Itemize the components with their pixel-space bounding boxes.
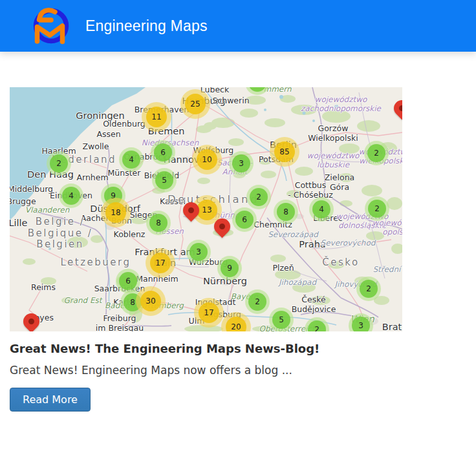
cluster-marker[interactable]: 3 [186,240,211,264]
cluster-marker[interactable]: 4 [119,147,144,172]
main-content: GroningenOldenburgAssenZwolleHaarlemNede… [0,52,476,412]
cluster-marker[interactable]: 3 [229,151,254,176]
page-title: Engineering Maps [85,17,208,35]
cluster-marker[interactable]: 17 [194,298,224,328]
cluster-marker[interactable]: 2 [365,196,389,221]
article-title: Great News! The Engineering Maps News-Bl… [10,342,466,355]
cluster-marker[interactable]: 2 [245,289,270,314]
cluster-marker[interactable]: 2 [47,151,71,176]
cluster-marker[interactable]: 8 [146,211,171,235]
cluster-marker[interactable]: 6 [151,140,175,165]
cluster-marker[interactable]: 8 [274,200,298,224]
cluster-marker[interactable]: 85 [270,137,299,167]
cluster-marker[interactable]: 17 [146,248,175,278]
article-excerpt: Great News! Engineering Maps now offers … [10,364,466,377]
cluster-marker[interactable]: 2 [356,277,381,301]
cluster-marker[interactable]: 2 [364,141,389,165]
cluster-marker[interactable]: 2 [246,185,271,209]
cluster-marker[interactable]: 25 [180,89,210,119]
cluster-marker[interactable]: 6 [116,269,140,293]
cluster-marker[interactable]: 18 [101,198,131,227]
cluster-marker[interactable]: 6 [232,207,257,232]
cluster-marker[interactable]: 10 [192,145,222,174]
cluster-marker[interactable]: 5 [152,168,177,193]
app-header: Engineering Maps [0,0,476,52]
cluster-marker[interactable]: 9 [217,256,242,280]
cluster-marker[interactable]: 5 [269,308,294,331]
cluster-marker[interactable]: 4 [59,183,83,208]
cluster-marker[interactable]: 4 [309,197,334,222]
cluster-marker[interactable]: 11 [142,102,171,132]
engineering-maps-logo-icon[interactable] [30,5,72,47]
read-more-button[interactable]: Read More [10,388,91,412]
cluster-marker[interactable]: 30 [136,286,166,316]
map[interactable]: GroningenOldenburgAssenZwolleHaarlemNede… [10,87,402,331]
